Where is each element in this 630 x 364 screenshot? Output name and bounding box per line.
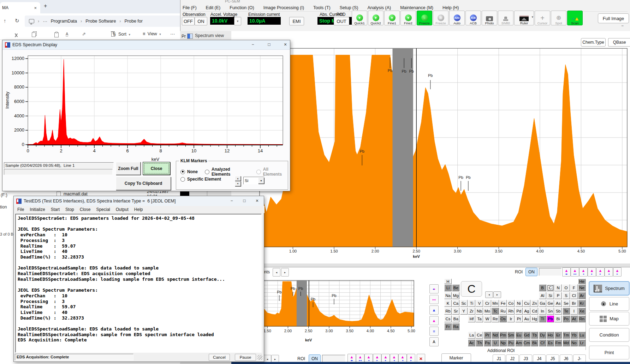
zoom-spectrum-chart[interactable]: PbPbPbPbPb1.502.002.503.003.504.004.505.…: [259, 279, 416, 348]
element-spinner[interactable]: ▲ ▼: [235, 176, 240, 185]
zoom-full-button[interactable]: Zoom Full: [116, 162, 141, 175]
element-lr[interactable]: Lr: [578, 339, 586, 346]
klm-specific-radio[interactable]: [180, 177, 185, 182]
element-np[interactable]: Np: [499, 339, 507, 346]
main-spectrum-chart[interactable]: PbPbPbPbPbPbPb1.001.502.002.503.003.504.…: [259, 47, 628, 261]
shift0-button[interactable]: Shift0: [498, 11, 513, 25]
more-options-icon[interactable]: ⋯: [170, 31, 175, 37]
ruler-dropdown-icon[interactable]: ▾: [531, 15, 533, 19]
roi-left-edge-in-button[interactable]: ▲▸: [596, 267, 605, 277]
menu-image[interactable]: Image Processing (I): [263, 5, 304, 10]
nav-up-icon[interactable]: ↑: [4, 18, 6, 24]
element-ce[interactable]: Ce: [476, 332, 483, 339]
element-f[interactable]: F: [570, 284, 578, 291]
share-icon[interactable]: ⇗: [82, 31, 86, 37]
element-he[interactable]: He: [578, 279, 586, 284]
element-cd[interactable]: Cd: [531, 308, 538, 315]
element-ra[interactable]: Ra: [452, 323, 459, 330]
element-y[interactable]: Y: [460, 308, 468, 315]
new-tab-button[interactable]: +: [44, 3, 47, 9]
sort-button[interactable]: ⇅ Sort ▾: [112, 31, 130, 37]
marker-button[interactable]: Marker: [441, 353, 471, 363]
menu-function[interactable]: Function (O): [230, 5, 254, 10]
roi-left-edge-out-button[interactable]: ▲◂: [579, 267, 588, 277]
copy-icon[interactable]: [32, 32, 36, 37]
acb-button[interactable]: ACBACB: [465, 11, 481, 25]
element-si[interactable]: Si: [547, 292, 554, 299]
testeds-maximize-button[interactable]: □: [241, 198, 248, 204]
menu-file[interactable]: File (F): [183, 5, 197, 10]
eds-spectrum-chart[interactable]: 02468101214020004000600080001000012000In…: [3, 50, 289, 174]
auto-button[interactable]: AutoAuto: [449, 11, 465, 25]
element-am[interactable]: Am: [515, 339, 523, 346]
element-tl[interactable]: Tl: [539, 315, 546, 322]
element-ru[interactable]: Ru: [499, 308, 507, 315]
element-sc[interactable]: Sc: [460, 300, 468, 307]
refresh-icon[interactable]: ↻: [15, 18, 19, 24]
element-sm[interactable]: Sm: [507, 332, 515, 339]
element-pu[interactable]: Pu: [507, 339, 515, 346]
testeds-menu-close[interactable]: Close: [77, 207, 94, 212]
eds-window-titlebar[interactable]: EDS Spectrum Display: [2, 40, 290, 50]
eds-close-button[interactable]: ×: [282, 42, 289, 48]
element-yb[interactable]: Yb: [570, 332, 578, 339]
element-au[interactable]: Au: [523, 315, 530, 322]
element-i[interactable]: I: [570, 308, 578, 315]
element-al[interactable]: Al: [539, 292, 546, 299]
spinner-down-icon[interactable]: ▼: [235, 181, 241, 186]
element-zn[interactable]: Zn: [531, 300, 538, 307]
roi-right-edge-out-button[interactable]: ▲▸: [588, 267, 596, 277]
element-nb[interactable]: Nb: [476, 308, 483, 315]
spot-button[interactable]: ⊕Spot: [551, 11, 566, 25]
menu-maintenance[interactable]: Maintenance (M): [400, 5, 433, 10]
observation-off-button[interactable]: OFF: [182, 17, 195, 25]
peak-up-button[interactable]: ▲: [429, 305, 439, 315]
sample-info-field-2[interactable]: [4, 169, 113, 175]
element-fr[interactable]: Fr: [444, 323, 452, 330]
element-c[interactable]: C: [547, 284, 554, 291]
element-w[interactable]: W: [484, 315, 491, 322]
element-fm[interactable]: Fm: [554, 339, 562, 346]
element-mg[interactable]: Mg: [452, 292, 459, 299]
element-ca[interactable]: Ca: [452, 300, 459, 307]
element-sn[interactable]: Sn: [547, 308, 554, 315]
klm-analyzed-radio[interactable]: [205, 170, 209, 174]
window-minimize-icon[interactable]: −: [621, 23, 624, 28]
element-co[interactable]: Co: [507, 300, 515, 307]
fine2-button[interactable]: ▼Fine2: [400, 11, 416, 25]
observation-on-button[interactable]: ON: [195, 17, 207, 25]
cursor-button[interactable]: +Cursor: [535, 11, 550, 25]
roi-value-field[interactable]: [539, 268, 561, 276]
testeds-console[interactable]: JeolEDSSpectraGet: EDS parameters loaded…: [15, 214, 262, 353]
element-ho[interactable]: Ho: [547, 332, 554, 339]
next-element-button[interactable]: ▸: [281, 268, 289, 277]
element-rn[interactable]: Rn: [578, 315, 586, 322]
element-ar[interactable]: Ar: [578, 292, 586, 299]
rename-icon[interactable]: A: [66, 32, 68, 36]
testeds-menu-help[interactable]: Help: [131, 207, 146, 212]
element-po[interactable]: Po: [563, 315, 570, 322]
element-ag[interactable]: Ag: [523, 308, 530, 315]
element-dy[interactable]: Dy: [539, 332, 546, 339]
testeds-menu-stop[interactable]: Stop: [63, 207, 77, 212]
quick2-button[interactable]: ▼Quick2: [368, 11, 384, 25]
element-ni[interactable]: Ni: [515, 300, 523, 307]
element-cm[interactable]: Cm: [523, 339, 530, 346]
element-k[interactable]: K: [444, 300, 452, 307]
element-pt[interactable]: Pt: [515, 315, 523, 322]
element-ne[interactable]: Ne: [578, 284, 586, 291]
close-spectrum-button[interactable]: Close: [143, 162, 170, 175]
cancel-button[interactable]: Cancel: [209, 354, 230, 361]
element-bi[interactable]: Bi: [554, 315, 562, 322]
element-p[interactable]: P: [554, 292, 562, 299]
element-cf[interactable]: Cf: [539, 339, 546, 346]
breadcrumb-item[interactable]: Probe Software: [85, 19, 116, 24]
resize-grip[interactable]: [257, 355, 262, 360]
testeds-minimize-button[interactable]: −: [228, 198, 235, 204]
element-as[interactable]: As: [554, 300, 562, 307]
cut-icon[interactable]: [14, 33, 18, 37]
element-no[interactable]: No: [570, 339, 578, 346]
menu-help[interactable]: Help (H): [442, 5, 459, 10]
roi-widen-button[interactable]: ▲◂▸: [562, 267, 571, 277]
fine1-button[interactable]: ▼Fine1: [384, 11, 400, 25]
